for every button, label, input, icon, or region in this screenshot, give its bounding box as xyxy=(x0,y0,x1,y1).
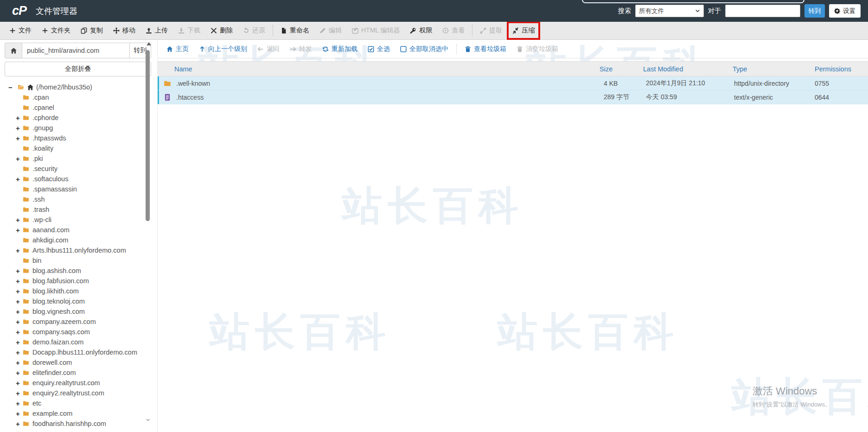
expand-icon[interactable]: + xyxy=(16,338,22,346)
tree-item[interactable]: + blog.vignesh.com xyxy=(5,306,151,317)
expand-icon[interactable]: + xyxy=(16,175,22,183)
nav-button[interactable]: 全选 xyxy=(363,45,395,53)
expand-icon[interactable]: + xyxy=(16,379,22,387)
tree-item[interactable]: ahkdigi.com xyxy=(5,235,151,245)
column-header-permissions[interactable]: Permissions xyxy=(815,65,868,73)
tree-item[interactable]: + company.saqs.com xyxy=(5,327,151,337)
toolbar-button[interactable]: 查看 xyxy=(437,22,470,39)
tree-item[interactable]: + etc xyxy=(5,398,151,408)
nav-button[interactable]: 向上一个级别 xyxy=(194,45,252,53)
expand-icon[interactable]: + xyxy=(16,359,22,367)
toolbar-button[interactable]: HTML 编辑器 xyxy=(347,22,405,39)
tree-item[interactable]: .security xyxy=(5,164,151,174)
tree-item[interactable]: + Arts.lhbus111.onlyfordemo.com xyxy=(5,245,151,255)
tree-item[interactable]: + .htpasswds xyxy=(5,133,151,143)
tree-item[interactable]: .cpan xyxy=(5,92,151,102)
collapse-all-button[interactable]: 全部折叠 xyxy=(5,62,151,76)
table-row[interactable]: .well-known 4 KB 2024年1月9日 21:10 httpd/u… xyxy=(158,76,868,90)
tree-item[interactable]: + enquiry.realtytrust.com xyxy=(5,378,151,388)
expand-icon[interactable]: + xyxy=(16,318,22,326)
tree-item[interactable]: + .gnupg xyxy=(5,123,151,133)
search-input[interactable] xyxy=(725,5,800,17)
nav-button[interactable]: 主页 xyxy=(161,45,194,53)
expand-icon[interactable]: + xyxy=(16,124,22,132)
column-header-name[interactable]: Name xyxy=(158,65,600,73)
toolbar-button[interactable]: 复制 xyxy=(76,22,108,39)
expand-icon[interactable]: + xyxy=(16,400,22,407)
tree-item[interactable]: + blog.fabfusion.com xyxy=(5,276,151,286)
nav-button[interactable]: 查看垃圾箱 xyxy=(460,45,511,53)
tree-item[interactable]: + .pki xyxy=(5,153,151,164)
toolbar-button[interactable]: 文件 xyxy=(4,22,37,39)
toolbar-button[interactable]: 提取 xyxy=(475,22,507,39)
tree-item[interactable]: + enquiry2.realtytrust.com xyxy=(5,388,151,398)
expand-icon[interactable]: + xyxy=(16,216,22,224)
sidebar-scroll-down-arrow[interactable]: ⌄ xyxy=(145,413,151,423)
expand-icon[interactable]: + xyxy=(16,267,22,275)
expand-icon[interactable]: + xyxy=(16,226,22,234)
nav-button[interactable]: 全部取消选中 xyxy=(395,45,453,53)
tree-item[interactable]: + .softaculous xyxy=(5,174,151,184)
expand-icon[interactable]: + xyxy=(16,298,22,305)
expand-icon[interactable]: + xyxy=(16,287,22,295)
table-row[interactable]: .htaccess 289 字节 今天 03:59 text/x-generic… xyxy=(158,90,868,104)
tree-item[interactable]: + blog.teknoloj.com xyxy=(5,296,151,306)
tree-item[interactable]: + .cphorde xyxy=(5,113,151,123)
toolbar-button[interactable]: 权限 xyxy=(405,22,437,39)
tree-item[interactable]: bin xyxy=(5,255,151,266)
toolbar-button[interactable]: 编辑 xyxy=(314,22,347,39)
expand-icon[interactable]: + xyxy=(16,410,22,418)
expand-icon[interactable]: + xyxy=(16,277,22,285)
search-go-button[interactable]: 转到 xyxy=(804,4,825,18)
column-header-size[interactable]: Size xyxy=(600,65,643,73)
expand-icon[interactable]: + xyxy=(16,155,22,163)
tree-item[interactable]: .trash xyxy=(5,204,151,215)
expand-icon[interactable]: + xyxy=(16,134,22,142)
expand-icon[interactable]: + xyxy=(16,247,22,254)
expand-icon[interactable]: + xyxy=(16,328,22,336)
tree-item[interactable]: .spamassassin xyxy=(5,184,151,194)
nav-button[interactable]: 转发 xyxy=(285,45,317,53)
tree-item[interactable]: .ssh xyxy=(5,194,151,204)
home-button[interactable] xyxy=(5,43,22,58)
toolbar-button[interactable]: 删除 xyxy=(205,22,238,39)
toolbar-button[interactable]: 上传 xyxy=(140,22,173,39)
collapse-expander[interactable]: − xyxy=(8,83,15,91)
column-header-last-modified[interactable]: Last Modified xyxy=(643,65,733,73)
search-scope-select[interactable]: 所有文件 xyxy=(635,5,704,17)
expand-icon[interactable]: + xyxy=(16,420,22,428)
tree-item[interactable]: .koality xyxy=(5,143,151,153)
tree-root-item[interactable]: − (/home2/lhbus35o) xyxy=(5,82,151,92)
nav-button[interactable]: 返回 xyxy=(252,45,285,53)
expand-icon[interactable]: + xyxy=(16,308,22,316)
tree-item[interactable]: + company.azeem.com xyxy=(5,317,151,327)
tree-item[interactable]: + example.com xyxy=(5,408,151,419)
tree-item[interactable]: + Docapp.lhbus111.onlyfordemo.com xyxy=(5,347,151,357)
toolbar-button[interactable]: 下载 xyxy=(173,22,205,39)
sidebar-scrollbar-thumb[interactable] xyxy=(146,50,150,221)
sidebar-scroll-up-arrow[interactable] xyxy=(147,42,151,45)
expand-icon[interactable]: + xyxy=(16,114,22,122)
tree-item[interactable]: + elitefinder.com xyxy=(5,368,151,378)
toolbar-button[interactable]: 移动 xyxy=(108,22,140,39)
tree-item[interactable]: + dorewell.com xyxy=(5,357,151,368)
tree-item[interactable]: + foodharish.harishhp.com xyxy=(5,419,151,429)
tree-item[interactable]: + blog.likhith.com xyxy=(5,286,151,296)
tree-item[interactable]: + blog.ashish.com xyxy=(5,266,151,276)
path-input[interactable] xyxy=(22,43,130,58)
expand-icon[interactable]: + xyxy=(16,389,22,397)
tree-item[interactable]: + demo.faizan.com xyxy=(5,337,151,347)
expand-icon[interactable]: + xyxy=(16,369,22,377)
tree-item[interactable]: .cpanel xyxy=(5,102,151,113)
nav-button[interactable]: 清空垃圾箱 xyxy=(511,45,563,53)
toolbar-button[interactable]: 压缩 xyxy=(507,22,540,39)
toolbar-button[interactable]: 重命名 xyxy=(275,22,314,39)
settings-button[interactable]: 设置 xyxy=(829,4,861,18)
column-header-type[interactable]: Type xyxy=(733,65,815,73)
nav-button[interactable]: 重新加载 xyxy=(317,45,363,53)
tree-item[interactable]: + .wp-cli xyxy=(5,215,151,225)
expand-icon[interactable]: + xyxy=(16,349,22,356)
tree-item[interactable]: + aanand.com xyxy=(5,225,151,235)
toolbar-button[interactable]: 文件夹 xyxy=(37,22,76,39)
toolbar-button[interactable]: 还原 xyxy=(238,22,270,39)
